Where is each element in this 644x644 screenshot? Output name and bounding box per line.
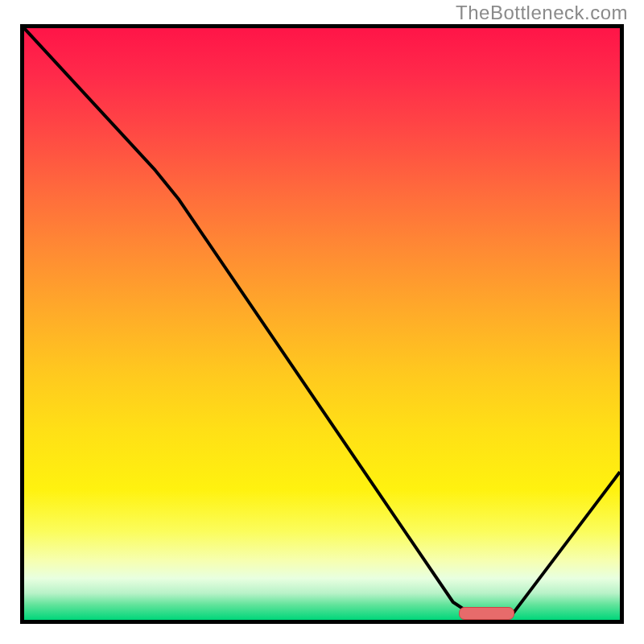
chart-plot-area <box>20 24 624 624</box>
watermark-text: TheBottleneck.com <box>456 2 628 24</box>
optimal-range-marker <box>459 607 514 620</box>
bottleneck-curve <box>24 28 620 620</box>
